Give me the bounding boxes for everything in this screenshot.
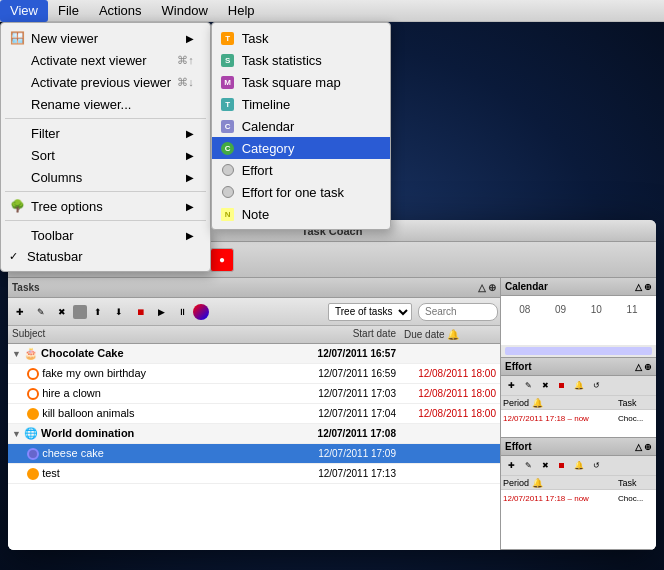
col-start-header: Start date <box>300 326 400 343</box>
submenu-timeline[interactable]: T Timeline <box>212 93 390 115</box>
task-row-cheese-cake[interactable]: cheese cake 12/07/2011 17:09 <box>8 444 500 464</box>
map-icon: M <box>220 74 236 90</box>
new-task-tb-btn[interactable]: ✚ <box>10 302 30 322</box>
task-tb-6[interactable]: ⬇ <box>109 302 129 322</box>
task-row-chocolate-cake[interactable]: ▼ 🎂 Chocolate Cake 12/07/2011 16:57 <box>8 344 500 364</box>
panel-arrow-up[interactable]: △ <box>478 282 486 293</box>
task-circle-icon-5 <box>27 468 39 480</box>
category-icon: C <box>220 140 236 156</box>
task-tb-7[interactable]: ⏹ <box>130 302 150 322</box>
effort-1-header: Effort △ ⊕ <box>501 358 656 376</box>
effort1-expand[interactable]: ⊕ <box>644 362 652 372</box>
submenu-task-statistics[interactable]: S Task statistics <box>212 49 390 71</box>
submenu-task[interactable]: T Task <box>212 27 390 49</box>
submenu-calendar[interactable]: C Calendar <box>212 115 390 137</box>
col-subject-header: Subject <box>8 326 300 343</box>
edit-task-btn[interactable]: ✎ <box>31 302 51 322</box>
view-menu-dropdown: 🪟 New viewer ▶ Activate next viewer ⌘↑ A… <box>0 22 211 272</box>
task-icon: T <box>220 30 236 46</box>
menu-window[interactable]: Window <box>152 0 218 22</box>
cal-col-09: 09 <box>543 302 579 317</box>
calendar-bar <box>505 347 652 355</box>
effort-2-content: Period 🔔 Task 12/07/2011 17:18 – now Cho… <box>501 476 656 549</box>
effort2-arrow-up[interactable]: △ <box>635 442 642 452</box>
submenu-task-square-map[interactable]: M Task square map <box>212 71 390 93</box>
sep-1 <box>5 118 206 119</box>
calendar-section: Calendar △ ⊕ 08 09 10 11 <box>501 278 656 358</box>
effort-section-1: Effort △ ⊕ ✚ ✎ ✖ ⏹ 🔔 ↺ Pe <box>501 358 656 438</box>
menu-activate-next[interactable]: Activate next viewer ⌘↑ <box>1 49 210 71</box>
search-input[interactable] <box>418 303 498 321</box>
menu-help[interactable]: Help <box>218 0 265 22</box>
panel-expand[interactable]: ⊕ <box>488 282 496 293</box>
menubar: View File Actions Window Help <box>0 0 664 22</box>
effort-2-btn-1[interactable]: ✚ <box>503 458 519 474</box>
menu-columns[interactable]: Columns ▶ <box>1 166 210 188</box>
effort-section-2: Effort △ ⊕ ✚ ✎ ✖ ⏹ 🔔 ↺ Pe <box>501 438 656 550</box>
col-due-header: Due date 🔔 <box>400 326 500 343</box>
effort1-arrow-up[interactable]: △ <box>635 362 642 372</box>
effort-2-toolbar: ✚ ✎ ✖ ⏹ 🔔 ↺ <box>501 456 656 476</box>
effort-1-btn-6[interactable]: ↺ <box>588 378 604 394</box>
task-row-balloons[interactable]: kill balloon animals 12/07/2011 17:04 12… <box>8 404 500 424</box>
effort-2-btn-3[interactable]: ✖ <box>537 458 553 474</box>
task-tb-10[interactable] <box>193 304 209 320</box>
effort-2-btn-5[interactable]: 🔔 <box>571 458 587 474</box>
submenu-note[interactable]: N Note <box>212 203 390 225</box>
panel-controls: △ ⊕ <box>478 282 496 293</box>
effort-1-btn-3[interactable]: ✖ <box>537 378 553 394</box>
menu-file[interactable]: File <box>48 0 89 22</box>
task-tb-8[interactable]: ▶ <box>151 302 171 322</box>
menu-statusbar[interactable]: ✓ Statusbar <box>1 246 210 267</box>
effort-1-btn-2[interactable]: ✎ <box>520 378 536 394</box>
task-row-clown[interactable]: hire a clown 12/07/2011 17:03 12/08/2011… <box>8 384 500 404</box>
task-circle-icon-2 <box>27 388 39 400</box>
tasks-panel-header: Tasks △ ⊕ <box>8 278 500 298</box>
submenu-category[interactable]: C Category <box>212 137 390 159</box>
view-mode-select[interactable]: Tree of tasks List of tasks <box>328 303 412 321</box>
menu-rename[interactable]: Rename viewer... <box>1 93 210 115</box>
task-circle-icon-3 <box>27 408 39 420</box>
effort-2-btn-6[interactable]: ↺ <box>588 458 604 474</box>
menu-toolbar[interactable]: Toolbar ▶ <box>1 224 210 246</box>
effort-1-btn-5[interactable]: 🔔 <box>571 378 587 394</box>
effort-2-btn-4[interactable]: ⏹ <box>554 458 570 474</box>
tasks-panel: Tasks △ ⊕ ✚ ✎ ✖ ⬆ ⬇ ⏹ ▶ ⏸ Tree <box>8 278 501 550</box>
task-row-world-dom[interactable]: ▼ 🌐 World domination 12/07/2011 17:08 <box>8 424 500 444</box>
task-circle-icon <box>27 368 39 380</box>
effort-1-btn-1[interactable]: ✚ <box>503 378 519 394</box>
rename-icon <box>9 96 25 112</box>
menu-sort[interactable]: Sort ▶ <box>1 144 210 166</box>
menu-tree-options[interactable]: 🌳 Tree options ▶ <box>1 195 210 217</box>
task-circle-icon-4 <box>27 448 39 460</box>
effort2-expand[interactable]: ⊕ <box>644 442 652 452</box>
activate-next-icon <box>9 52 25 68</box>
red-btn[interactable]: ● <box>210 248 234 272</box>
menu-view[interactable]: View <box>0 0 48 22</box>
effort-1-content: Period 🔔 Task 12/07/2011 17:18 – now Cho… <box>501 396 656 437</box>
task-row-test[interactable]: test 12/07/2011 17:13 <box>8 464 500 484</box>
task-tb-5[interactable]: ⬆ <box>88 302 108 322</box>
new-viewer-icon: 🪟 <box>9 30 25 46</box>
effort-2-header: Effort △ ⊕ <box>501 438 656 456</box>
delete-task-btn[interactable]: ✖ <box>52 302 72 322</box>
task-tb-4[interactable] <box>73 305 87 319</box>
calendar-header: Calendar △ ⊕ <box>501 278 656 296</box>
cal-expand[interactable]: ⊕ <box>644 282 652 292</box>
menu-activate-prev[interactable]: Activate previous viewer ⌘↓ <box>1 71 210 93</box>
task-row-birthday[interactable]: fake my own birthday 12/07/2011 16:59 12… <box>8 364 500 384</box>
effort-1-btn-4[interactable]: ⏹ <box>554 378 570 394</box>
task-tb-9[interactable]: ⏸ <box>172 302 192 322</box>
submenu-effort-one-task[interactable]: Effort for one task <box>212 181 390 203</box>
menu-new-viewer[interactable]: 🪟 New viewer ▶ <box>1 27 210 49</box>
effort-2-btn-2[interactable]: ✎ <box>520 458 536 474</box>
effort-1-col-header: Period 🔔 Task <box>501 396 656 410</box>
menu-filter[interactable]: Filter ▶ <box>1 122 210 144</box>
submenu-effort[interactable]: Effort <box>212 159 390 181</box>
effort-1-toolbar: ✚ ✎ ✖ ⏹ 🔔 ↺ <box>501 376 656 396</box>
note-icon: N <box>220 206 236 222</box>
new-viewer-submenu: T Task S Task statistics M Task square m… <box>211 22 391 230</box>
effort-2-task: Choc... <box>616 494 656 503</box>
cal-arrow-up[interactable]: △ <box>635 282 642 292</box>
menu-actions[interactable]: Actions <box>89 0 152 22</box>
